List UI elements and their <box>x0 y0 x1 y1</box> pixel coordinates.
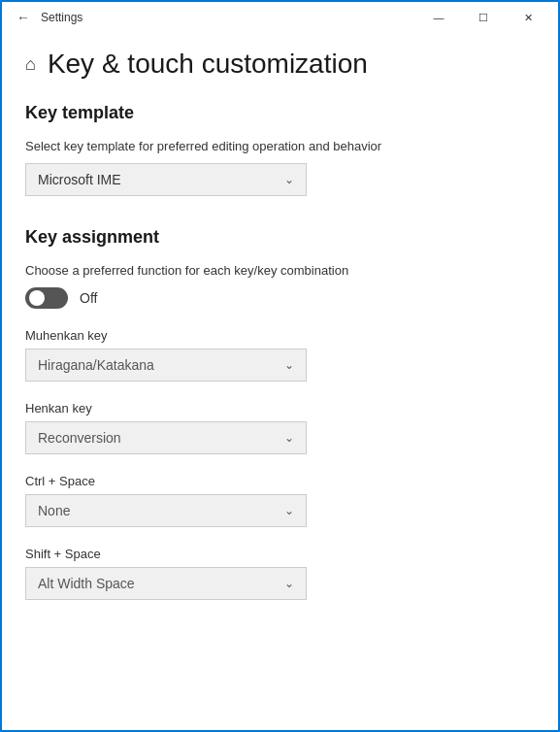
toggle-label: Off <box>80 290 97 306</box>
shift-space-value: Alt Width Space <box>38 576 135 591</box>
settings-window: ← Settings — ☐ ✕ ⌂ Key & touch customiza… <box>0 0 560 732</box>
henkan-dropdown[interactable]: Reconversion ⌄ <box>25 421 307 454</box>
toggle-knob <box>29 290 45 306</box>
page-title: Key & touch customization <box>48 49 368 80</box>
key-template-dropdown[interactable]: Microsoft IME ⌄ <box>25 163 307 196</box>
key-assignment-description: Choose a preferred function for each key… <box>25 263 535 278</box>
ctrl-space-label: Ctrl + Space <box>25 474 535 488</box>
ctrl-space-arrow: ⌄ <box>284 504 294 517</box>
home-icon: ⌂ <box>25 54 36 75</box>
key-assignment-section: Key assignment Choose a preferred functi… <box>25 227 535 600</box>
maximize-button[interactable]: ☐ <box>461 2 506 33</box>
ctrl-space-field-group: Ctrl + Space None ⌄ <box>25 474 535 527</box>
key-template-section: Key template Select key template for pre… <box>25 103 535 196</box>
title-bar-title: Settings <box>37 11 416 24</box>
page-header: ⌂ Key & touch customization <box>25 49 535 80</box>
henkan-arrow: ⌄ <box>284 431 294 445</box>
muhenkan-dropdown[interactable]: Hiragana/Katakana ⌄ <box>25 349 307 382</box>
minimize-button[interactable]: — <box>416 2 461 33</box>
key-template-selected: Microsoft IME <box>38 172 121 187</box>
shift-space-field-group: Shift + Space Alt Width Space ⌄ <box>25 547 535 600</box>
window-controls: — ☐ ✕ <box>416 2 550 33</box>
shift-space-arrow: ⌄ <box>284 577 294 590</box>
ctrl-space-value: None <box>38 503 70 518</box>
toggle-row: Off <box>25 287 535 309</box>
close-button[interactable]: ✕ <box>506 2 550 33</box>
key-assignment-toggle[interactable] <box>25 287 68 309</box>
muhenkan-label: Muhenkan key <box>25 328 535 343</box>
shift-space-label: Shift + Space <box>25 547 535 561</box>
henkan-label: Henkan key <box>25 401 535 416</box>
shift-space-dropdown[interactable]: Alt Width Space ⌄ <box>25 567 307 600</box>
henkan-field-group: Henkan key Reconversion ⌄ <box>25 401 535 454</box>
key-template-description: Select key template for preferred editin… <box>25 139 535 153</box>
back-button[interactable]: ← <box>10 4 37 31</box>
henkan-value: Reconversion <box>38 430 121 446</box>
key-template-section-title: Key template <box>25 103 535 123</box>
title-bar: ← Settings — ☐ ✕ <box>2 2 558 33</box>
muhenkan-field-group: Muhenkan key Hiragana/Katakana ⌄ <box>25 328 535 382</box>
key-template-arrow: ⌄ <box>284 173 294 186</box>
muhenkan-value: Hiragana/Katakana <box>38 357 154 373</box>
muhenkan-arrow: ⌄ <box>284 358 294 372</box>
ctrl-space-dropdown[interactable]: None ⌄ <box>25 494 307 527</box>
content-area: ⌂ Key & touch customization Key template… <box>2 33 558 730</box>
key-assignment-section-title: Key assignment <box>25 227 535 248</box>
